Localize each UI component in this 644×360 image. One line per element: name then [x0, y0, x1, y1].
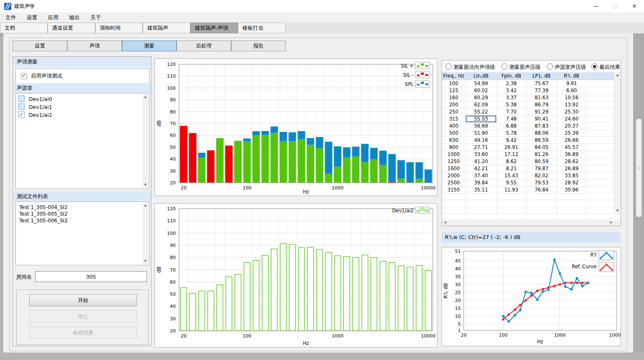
radio-source-room-spl[interactable]: 声源室声压级 [547, 63, 586, 71]
table-cell[interactable]: 84.05 [526, 144, 557, 151]
menu-item-output[interactable]: 输出 [64, 13, 85, 23]
table-cell[interactable]: 125 [442, 87, 466, 94]
table-vertical-scrollbar[interactable]: ▲ ▼ [614, 72, 621, 214]
table-cell[interactable]: 26.91 [497, 144, 526, 151]
table-cell[interactable]: 25.39 [557, 130, 586, 137]
table-cell[interactable]: 36.89 [557, 151, 586, 158]
subtab-measure[interactable]: 测量 [122, 40, 177, 51]
test-file-item[interactable]: Test 1_305-006_SI2 [16, 217, 149, 224]
table-cell[interactable]: 2.38 [497, 80, 526, 87]
table-cell[interactable]: 87.83 [526, 123, 557, 130]
menu-item-file[interactable]: 文件 [0, 13, 21, 23]
table-cell[interactable]: 10.56 [557, 94, 586, 101]
table-cell[interactable]: 5.78 [497, 130, 526, 137]
table-cell[interactable]: 11.93 [497, 186, 526, 194]
table-cell[interactable]: 49.16 [466, 137, 497, 144]
table-cell[interactable]: 5.38 [497, 101, 526, 108]
table-cell[interactable] [586, 158, 614, 165]
table-cell[interactable]: 33.60 [466, 151, 497, 158]
table-cell[interactable]: 75.67 [526, 80, 557, 87]
table-cell[interactable]: 82.02 [526, 172, 557, 179]
subtab-report[interactable]: 报告 [231, 40, 286, 51]
table-cell[interactable]: 2500 [442, 179, 466, 186]
table-cell[interactable]: 630 [442, 137, 466, 144]
subtab-intensity[interactable]: 声强 [67, 40, 122, 51]
table-cell[interactable] [586, 130, 614, 137]
table-cell[interactable]: 24.60 [557, 116, 586, 123]
table-cell[interactable]: 1000 [442, 151, 466, 158]
table-cell[interactable] [586, 144, 614, 151]
menu-item-settings[interactable]: 设置 [21, 13, 43, 23]
table-cell[interactable]: 86.79 [526, 101, 557, 108]
table-cell[interactable]: 33.85 [557, 172, 586, 179]
table-cell[interactable]: 86.59 [526, 137, 557, 144]
tab-airborne-intensity[interactable]: 建筑隔声-声强 [190, 23, 238, 33]
table-cell[interactable]: 51.90 [466, 130, 497, 137]
table-cell[interactable]: 27.71 [466, 144, 497, 151]
table-cell[interactable] [586, 186, 614, 194]
table-cell[interactable] [586, 94, 614, 101]
table-cell[interactable]: 3150 [442, 186, 466, 194]
radio-icon[interactable] [547, 63, 553, 70]
table-cell[interactable]: 15.43 [497, 172, 526, 179]
table-cell[interactable]: 54.99 [466, 80, 497, 87]
scroll-down-icon[interactable]: ▼ [614, 208, 621, 214]
radio-final-result[interactable]: 最后结果 [591, 63, 620, 71]
tab-docs[interactable]: 文档 [0, 23, 48, 33]
table-cell[interactable]: 56.69 [466, 123, 497, 130]
scroll-right-icon[interactable]: ▶ [608, 219, 614, 226]
table-cell[interactable]: 7.70 [497, 108, 526, 116]
table-cell[interactable] [586, 165, 614, 172]
radio-icon[interactable] [445, 63, 452, 70]
table-cell[interactable] [586, 87, 614, 94]
table-cell[interactable]: 77.39 [526, 87, 557, 94]
table-cell[interactable]: 41.20 [466, 158, 497, 165]
scroll-up-icon[interactable]: ▲ [142, 94, 149, 100]
table-cell[interactable]: 400 [442, 123, 466, 130]
table-cell[interactable]: 91.29 [526, 108, 557, 116]
table-cell[interactable]: 2000 [442, 172, 466, 179]
table-cell[interactable]: 315 [442, 116, 466, 123]
menu-item-application[interactable]: 应用 [43, 13, 64, 23]
enable-intensity-checkbox[interactable] [21, 73, 27, 79]
table-cell[interactable]: 9.55 [497, 179, 526, 186]
minimize-button[interactable]: — [586, 0, 606, 13]
radio-icon[interactable] [501, 63, 508, 70]
table-cell[interactable]: 81.26 [526, 151, 557, 158]
table-cell[interactable]: 90.41 [526, 116, 557, 123]
table-cell[interactable]: 6.88 [497, 123, 526, 130]
table-cell[interactable]: 55.03 [466, 116, 497, 123]
table-cell[interactable]: 1250 [442, 158, 466, 165]
source-room-scrollbar[interactable]: ▲ ▼ [142, 94, 149, 188]
table-cell[interactable]: 35.11 [466, 186, 497, 194]
table-cell[interactable]: 60.29 [466, 94, 497, 101]
table-cell[interactable]: 1600 [442, 165, 466, 172]
subtab-settings[interactable]: 设置 [13, 40, 67, 51]
table-cell[interactable] [586, 101, 614, 108]
start-button[interactable]: 开始 [29, 294, 137, 306]
panel-collapse-handle[interactable]: ‹ [636, 119, 641, 217]
close-button[interactable]: ✕ [625, 0, 644, 13]
table-cell[interactable]: 9.42 [497, 137, 526, 144]
table-cell[interactable]: 79.53 [526, 179, 557, 186]
tab-reverb-time[interactable]: 混响时间 [95, 23, 143, 33]
table-cell[interactable]: 55.22 [466, 108, 497, 116]
table-cell[interactable]: 28.92 [557, 179, 586, 186]
table-cell[interactable]: 42.21 [466, 165, 497, 172]
table-cell[interactable] [586, 123, 614, 130]
table-cell[interactable]: 100 [442, 80, 466, 87]
table-cell[interactable]: 3.37 [497, 94, 526, 101]
scroll-down-icon[interactable]: ▼ [142, 182, 149, 188]
table-cell[interactable]: 17.12 [497, 151, 526, 158]
radio-surface-spl[interactable]: 测量面声压级 [501, 63, 540, 71]
table-cell[interactable]: 76.84 [526, 186, 557, 194]
table-cell[interactable] [586, 172, 614, 179]
test-file-item[interactable]: Test 1_305-004_SI2 [16, 204, 149, 211]
table-cell[interactable]: 9.91 [557, 80, 586, 87]
table-cell[interactable]: 80.59 [526, 158, 557, 165]
file-list-scrollbar[interactable]: ▲ ▼ [142, 202, 149, 264]
table-cell[interactable]: 3.42 [497, 87, 526, 94]
table-cell[interactable]: 7.48 [497, 116, 526, 123]
table-cell[interactable]: 30.96 [557, 186, 586, 194]
tab-airborne[interactable]: 建筑隔声 [143, 23, 190, 33]
